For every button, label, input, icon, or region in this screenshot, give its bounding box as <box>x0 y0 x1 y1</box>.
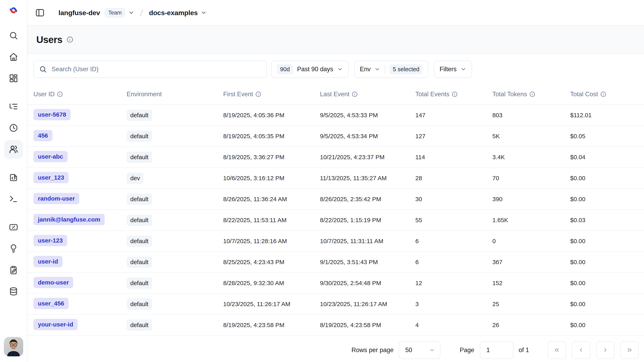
column-header[interactable]: Total Events <box>415 91 492 98</box>
chevrons-left-icon: « <box>554 345 559 354</box>
sidebar-toggle-icon[interactable] <box>35 8 45 18</box>
column-info-icon[interactable] <box>530 91 535 97</box>
total-cost-cell: $0.00 <box>570 301 644 307</box>
evaluation-percent-icon[interactable] <box>4 218 23 236</box>
total-events-cell: 12 <box>415 280 492 286</box>
playground-terminal-icon[interactable] <box>4 190 23 208</box>
total-cost-cell: $0.00 <box>570 238 644 245</box>
main-area: langfuse-dev Team / docs-examples Users … <box>28 0 644 362</box>
table-row[interactable]: jannik@langfuse.com default 8/22/2025, 1… <box>28 210 644 231</box>
first-page-button[interactable]: « <box>548 341 566 359</box>
column-header-label: Last Event <box>320 91 350 98</box>
project-chevron-down-icon[interactable] <box>200 10 207 16</box>
search-input[interactable] <box>52 66 261 73</box>
last-page-button[interactable]: » <box>620 341 639 359</box>
environment-badge: default <box>126 131 152 142</box>
column-header[interactable]: User ID <box>34 91 126 98</box>
last-event-cell: 8/19/2025, 4:23:58 PM <box>320 322 415 328</box>
table-row[interactable]: 456 default 8/19/2025, 4:05:35 PM 9/5/20… <box>28 126 644 147</box>
total-tokens-cell: 152 <box>492 280 570 286</box>
first-event-cell: 10/6/2025, 3:16:12 PM <box>223 175 320 182</box>
total-cost-cell: $0.00 <box>570 196 644 203</box>
column-info-icon[interactable] <box>57 91 63 97</box>
table-row[interactable]: your-user-id default 8/19/2025, 4:23:58 … <box>28 315 644 336</box>
annotation-clipboard-icon[interactable] <box>4 261 23 279</box>
user-avatar[interactable] <box>4 337 23 356</box>
date-range-label: Past 90 days <box>297 66 333 73</box>
datasets-database-icon[interactable] <box>4 282 23 301</box>
users-icon[interactable] <box>4 140 23 159</box>
column-header[interactable]: First Event <box>223 91 320 98</box>
langfuse-logo <box>8 5 19 16</box>
user-id-pill[interactable]: user-123 <box>34 235 67 246</box>
user-id-pill[interactable]: user-id <box>34 256 62 267</box>
table-row[interactable]: user_123 dev 10/6/2025, 3:16:12 PM 11/13… <box>28 168 644 189</box>
total-tokens-cell: 390 <box>492 196 570 203</box>
column-info-icon[interactable] <box>600 91 606 97</box>
column-info-icon[interactable] <box>352 91 358 97</box>
table-row[interactable]: random-user default 8/26/2025, 11:36:24 … <box>28 189 644 210</box>
user-id-pill[interactable]: user_456 <box>34 298 68 309</box>
user-id-pill[interactable]: user-abc <box>34 151 68 162</box>
table-row[interactable]: user-abc default 8/19/2025, 3:36:27 PM 1… <box>28 147 644 168</box>
user-id-pill[interactable]: 456 <box>34 130 52 141</box>
app-root: langfuse-dev Team / docs-examples Users … <box>0 0 644 362</box>
date-range-badge: 90d <box>277 64 293 74</box>
table-row[interactable]: user_456 default 10/23/2025, 11:26:17 AM… <box>28 294 644 315</box>
rows-per-page-select[interactable]: 50 <box>399 341 440 359</box>
column-header[interactable]: Total Tokens <box>492 91 570 98</box>
chevron-down-icon <box>374 66 380 72</box>
dashboard-icon[interactable] <box>4 69 23 88</box>
divider <box>385 65 385 74</box>
total-tokens-cell: 26 <box>492 322 570 328</box>
org-name[interactable]: langfuse-dev <box>58 9 100 17</box>
first-event-cell: 8/19/2025, 4:05:35 PM <box>223 133 320 140</box>
table-row[interactable]: user-123 default 10/7/2025, 11:28:16 AM … <box>28 231 644 252</box>
total-events-cell: 114 <box>415 154 492 161</box>
first-event-cell: 8/19/2025, 4:23:58 PM <box>223 322 320 328</box>
last-event-cell: 8/26/2025, 2:35:42 PM <box>320 196 415 203</box>
total-tokens-cell: 3.4K <box>492 154 570 161</box>
table-row[interactable]: demo-user default 8/28/2025, 9:32:30 AM … <box>28 273 644 294</box>
environment-badge: dev <box>126 173 144 184</box>
first-event-cell: 10/7/2025, 11:28:16 AM <box>223 238 320 245</box>
prompts-file-code-icon[interactable] <box>4 168 23 187</box>
previous-page-button[interactable]: ‹ <box>572 341 590 359</box>
user-id-pill[interactable]: user-5678 <box>34 109 70 120</box>
user-id-pill[interactable]: user_123 <box>34 172 68 183</box>
user-id-pill[interactable]: your-user-id <box>34 319 78 330</box>
sessions-clock-icon[interactable] <box>4 119 23 137</box>
total-cost-cell: $0.03 <box>570 217 644 224</box>
column-header-label: User ID <box>34 91 55 98</box>
user-id-pill[interactable]: random-user <box>34 193 79 204</box>
total-cost-cell: $112.01 <box>570 112 644 119</box>
column-header[interactable]: Environment <box>126 91 223 98</box>
column-header[interactable]: Last Event <box>320 91 415 98</box>
total-cost-cell: $0.04 <box>570 154 644 161</box>
project-name[interactable]: docs-examples <box>149 9 198 17</box>
home-icon[interactable] <box>4 48 23 66</box>
search-icon[interactable] <box>4 26 23 45</box>
column-info-icon[interactable] <box>256 91 261 97</box>
first-event-cell: 8/26/2025, 11:36:24 AM <box>223 196 320 203</box>
table-row[interactable]: user-5678 default 8/19/2025, 4:05:36 PM … <box>28 105 644 126</box>
page-header: Users <box>28 26 644 54</box>
insights-lightbulb-icon[interactable] <box>4 239 23 258</box>
date-range-button[interactable]: 90d Past 90 days <box>271 61 348 78</box>
traces-tree-icon[interactable] <box>4 97 23 116</box>
chevron-left-icon: ‹ <box>580 345 582 354</box>
page-number-input[interactable] <box>480 341 513 359</box>
column-header[interactable]: Total Cost <box>570 91 644 98</box>
user-id-pill[interactable]: demo-user <box>34 277 73 288</box>
env-filter-button[interactable]: Env 5 selected <box>354 61 428 78</box>
next-page-button[interactable]: › <box>596 341 614 359</box>
user-id-pill[interactable]: jannik@langfuse.com <box>34 214 105 225</box>
filters-button[interactable]: Filters <box>434 61 472 78</box>
org-chevron-down-icon[interactable] <box>128 10 134 16</box>
sidebar-nav <box>4 26 23 303</box>
page-title-info-icon[interactable] <box>67 36 73 43</box>
column-info-icon[interactable] <box>452 91 458 97</box>
total-events-cell: 4 <box>415 322 492 328</box>
first-event-cell: 8/19/2025, 3:36:27 PM <box>223 154 320 161</box>
table-row[interactable]: user-id default 8/25/2025, 4:23:43 PM 9/… <box>28 252 644 273</box>
